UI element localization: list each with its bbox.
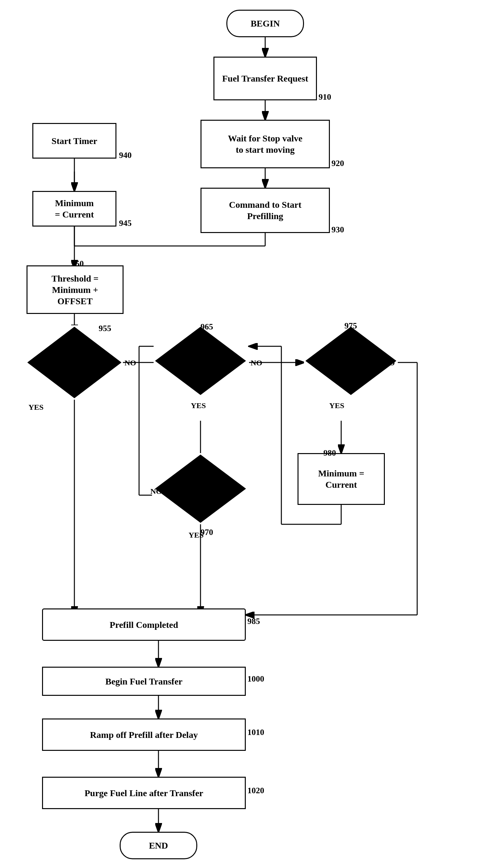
num-950: 950 [71, 259, 84, 269]
current-minimum-label: Current <Minimum? [331, 350, 371, 371]
begin-fuel-transfer-label: Begin Fuel Transfer [106, 676, 183, 687]
fuel-transfer-request-label: Fuel Transfer Request [222, 73, 308, 84]
end-node: END [120, 832, 197, 859]
yes-965: YES [191, 401, 206, 410]
minimum-current-2-label: Minimum =Current [318, 468, 364, 490]
fuel-transfer-request-node: Fuel Transfer Request [214, 57, 317, 100]
current-threshold-label: Current >Threshold? [180, 478, 221, 499]
start-timer-label: Start Timer [51, 135, 97, 146]
no-975: NO [383, 359, 395, 367]
begin-label: BEGIN [251, 18, 280, 29]
timer-max-time-1-node: Timer >MAX_TIME? [26, 325, 123, 400]
flowchart-diagram: BEGIN Fuel Transfer Request 910 Wait for… [0, 0, 499, 868]
begin-node: BEGIN [227, 10, 304, 37]
yes-975: YES [329, 401, 344, 410]
timer-max-time-1-label: Timer >MAX_TIME? [49, 352, 100, 373]
num-920: 920 [331, 158, 344, 168]
num-930: 930 [331, 225, 344, 235]
threshold-calc-node: Threshold =Minimum +OFFSET [26, 265, 123, 314]
wait-stop-valve-node: Wait for Stop valveto start moving [200, 120, 330, 168]
timer-max-time-2-node: Timer >MAX_TIME? [154, 325, 247, 396]
purge-fuel-line-label: Purge Fuel Line after Transfer [84, 787, 203, 799]
threshold-calc-label: Threshold =Minimum +OFFSET [51, 273, 98, 307]
num-980: 980 [324, 448, 336, 458]
num-1020: 1020 [247, 786, 264, 796]
num-955: 955 [99, 324, 111, 333]
num-945: 945 [119, 218, 132, 228]
minimum-current-label: Minimum= Current [55, 198, 94, 220]
num-1000: 1000 [247, 674, 264, 684]
purge-fuel-line-node: Purge Fuel Line after Transfer [42, 777, 246, 809]
num-1010: 1010 [247, 727, 264, 737]
no-965: NO [251, 359, 262, 367]
num-965: 965 [200, 322, 213, 332]
num-985: 985 [247, 617, 260, 626]
num-940: 940 [119, 151, 132, 160]
command-prefilling-label: Command to StartPrefilling [229, 199, 301, 222]
begin-fuel-transfer-node: Begin Fuel Transfer [42, 667, 246, 696]
prefill-completed-node: Prefill Completed [42, 608, 246, 641]
command-prefilling-node: Command to StartPrefilling [200, 188, 330, 233]
num-975: 975 [344, 321, 357, 331]
num-910: 910 [318, 92, 331, 102]
ramp-off-prefill-label: Ramp off Prefill after Delay [90, 729, 198, 740]
minimum-current-node: Minimum= Current [32, 191, 117, 227]
yes-970: YES [188, 531, 204, 539]
minimum-current-2-node: Minimum =Current [297, 453, 385, 505]
ramp-off-prefill-node: Ramp off Prefill after Delay [42, 718, 246, 751]
wait-stop-valve-label: Wait for Stop valveto start moving [228, 133, 302, 155]
no-970: NO [150, 487, 162, 496]
start-timer-node: Start Timer [32, 123, 117, 158]
current-threshold-node: Current >Threshold? [154, 453, 247, 524]
timer-max-time-2-label: Timer >MAX_TIME? [175, 350, 226, 371]
end-label: END [149, 840, 168, 851]
yes-955: YES [28, 403, 44, 412]
no-955: NO [124, 359, 136, 367]
prefill-completed-label: Prefill Completed [110, 619, 178, 630]
